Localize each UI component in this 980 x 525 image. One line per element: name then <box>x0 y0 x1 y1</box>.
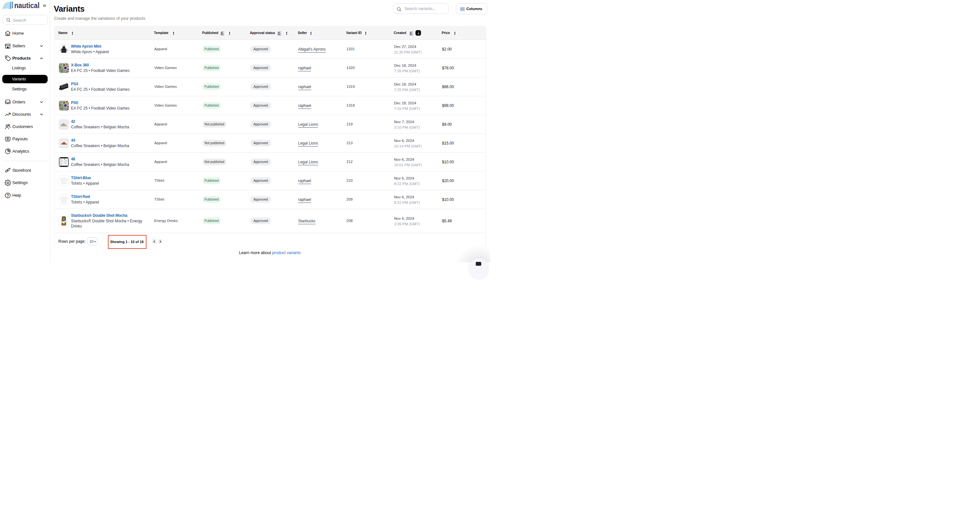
svg-text:nautical: nautical <box>14 1 40 10</box>
